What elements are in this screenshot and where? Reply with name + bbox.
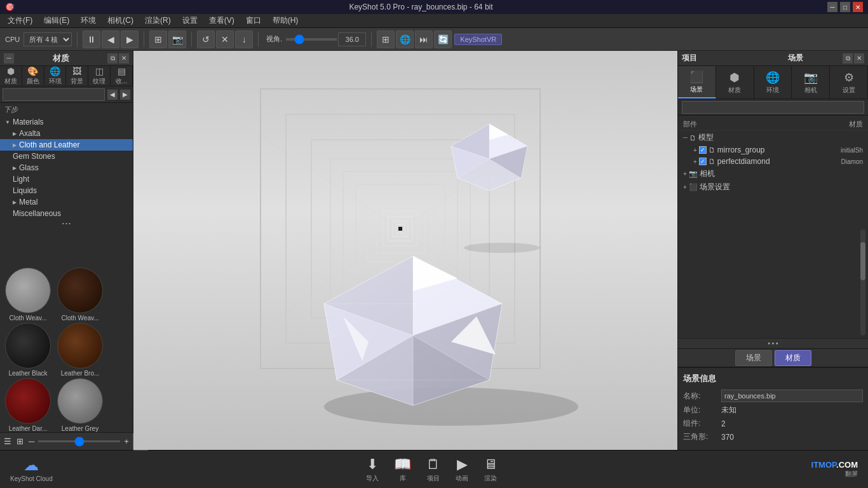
- tree-item-axalta[interactable]: ▶ Axalta: [0, 128, 133, 139]
- search-prev-button[interactable]: ◀: [107, 90, 118, 100]
- render-button[interactable]: 🖥 渲染: [484, 456, 498, 483]
- view-btn-2[interactable]: 📷: [168, 30, 186, 48]
- maximize-button[interactable]: □: [840, 2, 850, 12]
- grid-view-button[interactable]: ⊞: [15, 435, 25, 447]
- panel-minimize-button[interactable]: ─: [4, 53, 14, 64]
- view-angle-value[interactable]: 36.0: [338, 32, 366, 46]
- keyshotvr-button[interactable]: KeyShotVR: [454, 34, 502, 45]
- close-button[interactable]: ✕: [853, 2, 863, 12]
- scene-item-model[interactable]: ─ 🗋 模型: [678, 131, 868, 144]
- globe-button[interactable]: 🌐: [396, 30, 414, 48]
- playback-controls: ⏸ ◀ ▶: [83, 30, 139, 48]
- panel-title: 材质: [14, 53, 107, 64]
- right-tab-scene[interactable]: ⬛ 场景: [678, 66, 716, 98]
- camera-scene-label: 相机: [700, 168, 715, 179]
- right-panel-close-button[interactable]: ✕: [854, 53, 864, 64]
- tree-item-glass[interactable]: ▶ Glass: [0, 162, 133, 173]
- view-angle-slider[interactable]: [286, 38, 337, 41]
- right-tab-camera[interactable]: 📷 相机: [792, 66, 830, 98]
- view-btn-1[interactable]: ⊞: [149, 30, 167, 48]
- menu-edit[interactable]: 编辑(E): [39, 14, 74, 27]
- scene-scrollbar[interactable]: [860, 229, 865, 336]
- animation-button[interactable]: ▶ 动画: [456, 456, 468, 483]
- tree-header: 下步: [0, 103, 133, 116]
- scene-item-diamond[interactable]: + ✓ 🗋 perfectdiamond Diamon: [678, 156, 868, 167]
- cancel-button[interactable]: ✕: [216, 30, 234, 48]
- refresh-button[interactable]: ↺: [197, 30, 215, 48]
- project-button[interactable]: 🗒 项目: [426, 456, 440, 483]
- tab-material[interactable]: ⬢ 材质: [0, 66, 22, 86]
- panel-bottom-toolbar: ☰ ⊞ ─ + 上传: [0, 432, 133, 450]
- material-search-input[interactable]: [3, 88, 105, 101]
- down-button[interactable]: ↓: [235, 30, 253, 48]
- scene-item-camera[interactable]: + 📷 相机: [678, 167, 868, 180]
- tab-texture[interactable]: ◫ 纹理: [88, 66, 111, 86]
- forward-button[interactable]: ▶: [121, 30, 139, 48]
- scene-bottom-tab[interactable]: 场景: [735, 350, 772, 366]
- thumb-leather-bro[interactable]: Leather Bro...: [55, 323, 105, 377]
- menu-settings[interactable]: 设置: [177, 14, 203, 27]
- right-panel-dots: • • •: [678, 338, 868, 348]
- tree-item-metal[interactable]: ▶ Metal: [0, 196, 133, 208]
- tab-background[interactable]: 🖼 背景: [66, 66, 88, 86]
- tree-item-misc[interactable]: Miscellaneous: [0, 208, 133, 219]
- pause-button[interactable]: ⏸: [83, 30, 100, 48]
- minimize-button[interactable]: ─: [827, 2, 837, 12]
- right-tab-settings[interactable]: ⚙ 设置: [830, 66, 868, 98]
- zoom-out-button[interactable]: ─: [27, 435, 36, 447]
- skip-button[interactable]: ⏭: [415, 30, 433, 48]
- grid-button[interactable]: ⊞: [377, 30, 395, 48]
- right-panel: 项目 场景 ⧉ ✕ ⬛ 场景 ⬢ 材质 🌐 环境 📷 相机: [677, 51, 868, 450]
- back-button[interactable]: ◀: [102, 30, 119, 48]
- scene-item-settings[interactable]: + ⬛ 场景设置: [678, 180, 868, 194]
- diamond-checkbox[interactable]: ✓: [699, 158, 707, 165]
- menu-window[interactable]: 窗口: [241, 14, 266, 27]
- keyshot-cloud-button[interactable]: ☁ KeyShot Cloud: [10, 456, 53, 482]
- panel-close-button[interactable]: ✕: [119, 53, 129, 64]
- tree-item-cloth[interactable]: ▶ Cloth and Leather: [0, 139, 133, 151]
- scene-item-mirrors[interactable]: + ✓ 🗋 mirrors_group initialSh: [678, 144, 868, 156]
- menu-file[interactable]: 文件(F): [3, 14, 37, 27]
- menu-view[interactable]: 查看(V): [204, 14, 240, 27]
- mirrors-checkbox[interactable]: ✓: [699, 146, 707, 154]
- scene-name-input[interactable]: ray_bounces.bip: [721, 390, 863, 402]
- thumb-leather-dar-img: [5, 378, 51, 424]
- menu-camera[interactable]: 相机(C): [102, 14, 139, 27]
- right-search-input[interactable]: [682, 101, 864, 114]
- import-button[interactable]: ⬇ 导入: [366, 456, 379, 483]
- import-icon: ⬇: [367, 456, 378, 473]
- tree-item-liquids[interactable]: Liquids: [0, 185, 133, 196]
- thumb-cloth-weav-2[interactable]: Cloth Weav...: [55, 268, 105, 322]
- tab-environment[interactable]: 🌐 环境: [44, 66, 67, 86]
- thumb-leather-black[interactable]: Leather Black: [3, 323, 53, 377]
- zoom-in-button[interactable]: +: [123, 435, 130, 447]
- right-tab-environment[interactable]: 🌐 环境: [754, 66, 792, 98]
- search-next-button[interactable]: ▶: [120, 90, 130, 100]
- menu-environment[interactable]: 环境: [76, 14, 101, 27]
- right-panel-expand-button[interactable]: ⧉: [843, 53, 853, 64]
- viewport[interactable]: [133, 51, 677, 450]
- loop-button[interactable]: 🔄: [434, 30, 452, 48]
- material-bottom-tab[interactable]: 材质: [775, 350, 811, 366]
- tree-item-materials[interactable]: ▼ Materials: [0, 116, 133, 128]
- scene-scrollbar-thumb[interactable]: [860, 242, 865, 280]
- panel-float-button[interactable]: ⧉: [107, 53, 118, 64]
- thumb-leather-grey[interactable]: Leather Grey: [55, 378, 105, 432]
- tabs-row: ⬢ 材质 🎨 颜色 🌐 环境 🖼 背景 ◫ 纹理 ▤ 收...: [0, 66, 133, 86]
- list-view-button[interactable]: ☰: [3, 435, 13, 447]
- menu-help[interactable]: 帮助(H): [268, 14, 304, 27]
- thumb-cloth-weav-1[interactable]: Cloth Weav...: [3, 268, 53, 322]
- tab-more[interactable]: ▤ 收...: [111, 66, 133, 86]
- zoom-slider[interactable]: [38, 440, 120, 442]
- thumb-leather-dar[interactable]: Leather Dar...: [3, 378, 53, 432]
- library-button[interactable]: 📖 库: [394, 456, 411, 483]
- info-group-label: 组件:: [683, 418, 721, 429]
- right-tab-material[interactable]: ⬢ 材质: [716, 66, 754, 98]
- diamond-material: Diamon: [841, 158, 863, 165]
- tab-color[interactable]: 🎨 颜色: [22, 66, 44, 86]
- tree-item-light[interactable]: Light: [0, 173, 133, 185]
- tree-item-gem[interactable]: Gem Stones: [0, 151, 133, 162]
- cores-select[interactable]: 所有 4 核: [24, 32, 72, 46]
- menu-render[interactable]: 渲染(R): [140, 14, 176, 27]
- info-name-label: 名称:: [683, 391, 721, 402]
